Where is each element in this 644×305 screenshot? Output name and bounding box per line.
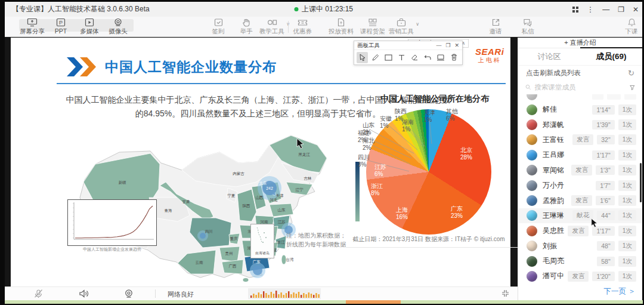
speak-action-badge[interactable] [592, 94, 604, 100]
speak-action-badge[interactable]: 发言 [572, 134, 593, 145]
member-row[interactable]: 郑潇帆1'39"1次 [518, 117, 642, 132]
webcam-icon[interactable] [124, 289, 134, 298]
materials-button[interactable]: 投放资料 [324, 18, 358, 36]
speak-action-badge[interactable]: 发言 [571, 195, 592, 206]
refresh-icon[interactable]: ↻ [628, 69, 634, 78]
province-label: 吉林 [304, 176, 312, 181]
teaching-tools-button[interactable]: 教学工具 ∨ [255, 18, 289, 36]
invite-button[interactable]: 邀请 [479, 18, 512, 36]
avatar [527, 150, 537, 161]
speak-action-badge[interactable]: 发言 [568, 271, 589, 282]
speak-time-badge: 1'39" [592, 120, 614, 130]
bell-icon [627, 18, 636, 27]
speak-count-badge [624, 94, 636, 100]
pie-slice-label: 上海16% [396, 207, 408, 221]
end-class-button[interactable]: 下课 [615, 18, 644, 36]
restore-button[interactable]: ❐ [618, 6, 624, 13]
next-page-link[interactable]: 下一页 ＞ [604, 286, 636, 297]
speak-time-badge [607, 94, 621, 100]
member-row[interactable]: 潘可中发言1'20"1次 [518, 269, 642, 284]
text-tool-icon[interactable] [396, 52, 407, 63]
trend-inset-chart [67, 199, 157, 246]
member-row[interactable]: 王琳琳献花44"1次 [518, 208, 642, 223]
search-input[interactable] [534, 84, 626, 91]
trash-tool-icon[interactable] [448, 52, 460, 63]
speak-count-badge: 1次 [618, 134, 636, 145]
trend-chart-caption: 中国人工智能新增企业发展趋势 [67, 247, 157, 252]
province-label: 贵州 [225, 251, 233, 256]
speak-action-badge[interactable]: 发言 [571, 165, 592, 175]
avatar [527, 180, 537, 191]
scrollbar-thumb[interactable] [640, 163, 642, 202]
member-name: 解佳 [543, 104, 557, 115]
panel-close-icon[interactable]: ✕ [454, 42, 459, 48]
member-row[interactable]: 王吕娜1'17"1次 [518, 147, 642, 162]
province-label: 黑龙江 [298, 152, 310, 157]
member-row[interactable]: 刘振48"1次 [518, 239, 642, 254]
screen-tool-icon[interactable] [435, 52, 447, 63]
tab-members[interactable]: 成员(69) [580, 48, 642, 65]
seari-logo: SEARi 上电科 [475, 47, 504, 63]
member-row[interactable]: 万小丹1'7"1次 [518, 178, 642, 193]
chat-icon [523, 18, 532, 27]
member-name: 毛周亮 [543, 256, 564, 266]
marketing-button[interactable]: 营销工具 ∨ [385, 18, 418, 36]
live-dot-icon [294, 7, 298, 11]
avatar [527, 94, 537, 100]
province-label: 甘肃 [182, 199, 191, 204]
minimize-button[interactable]: — [602, 6, 609, 13]
right-sidebar: + 直播介绍 讨论区 成员(69) 点击刷新成员列表 ↻ 解佳1'14"1次郑潇… [518, 38, 642, 300]
speak-count-badge: 1次 [618, 180, 636, 191]
pie-slice-label: 浙江8% [371, 183, 383, 197]
province-label: 陕西 [243, 204, 251, 208]
speak-time-badge: 44" [597, 211, 614, 220]
member-row[interactable]: 覃闻铭发言1'3"1次 [518, 163, 642, 178]
speak-count-badge: 1次 [618, 104, 636, 115]
speak-count-badge: 1次 [618, 241, 636, 251]
speak-time-badge: 58" [597, 257, 614, 266]
speak-action-badge[interactable]: 献花 [572, 210, 593, 221]
refresh-members-row[interactable]: 点击刷新成员列表 ↻ [518, 66, 642, 80]
south-sea-inset: 南海诸岛 [250, 224, 274, 258]
eraser-tool-icon[interactable] [409, 52, 420, 63]
rectangle-tool-icon[interactable] [383, 52, 394, 63]
select-tool-icon[interactable] [357, 52, 368, 63]
checkin-icon [214, 18, 223, 27]
panel-restore-icon[interactable]: ❐ [445, 42, 450, 48]
speaker-icon[interactable] [79, 289, 89, 298]
app-title: 【专业课】人工智能技术基础 3.0.6.30 Beta [5, 4, 150, 14]
apps-grid-icon[interactable] [572, 7, 578, 13]
member-row[interactable] [518, 94, 642, 102]
member-row[interactable]: 孟雅韵发言1'6"1次 [518, 193, 642, 208]
speak-time-badge: 1'20" [592, 272, 614, 281]
live-intro-tab[interactable]: + 直播介绍 [518, 38, 642, 48]
panel-minimize-icon[interactable]: — [436, 42, 441, 48]
document-icon [337, 18, 345, 27]
close-button[interactable]: ✕ [633, 6, 639, 13]
undo-tool-icon[interactable] [422, 52, 434, 63]
more-menu-icon[interactable]: ⋮ [587, 6, 594, 13]
mic-muted-icon[interactable] [33, 289, 44, 298]
tab-discussion[interactable]: 讨论区 [518, 48, 580, 65]
webcam-button[interactable]: 摄像头 [101, 18, 135, 36]
coupon-button[interactable]: 优惠券 [286, 18, 319, 36]
search-icon [525, 84, 531, 91]
province-label: 北京 [259, 181, 268, 186]
pencil-tool-icon[interactable] [370, 52, 381, 63]
member-row[interactable]: 解佳1'14"1次 [518, 102, 642, 117]
pie-slice-label: 江苏6% [374, 164, 386, 178]
speak-action-badge[interactable]: 发言 [568, 226, 589, 236]
main-toolbar: 屏幕分享 P PPT 多媒体 摄像头 签到 举手 教学工具 ∨ [5, 17, 642, 37]
member-row[interactable]: 毛周亮58"1次 [518, 254, 642, 269]
avatar [527, 241, 537, 251]
fit-screen-icon[interactable] [501, 289, 509, 299]
avatar [527, 119, 537, 130]
avatar [527, 271, 537, 282]
teaching-tools-icon [267, 18, 277, 27]
dm-button[interactable]: 私信 [511, 18, 544, 36]
filter-funnel-icon[interactable] [630, 84, 635, 91]
member-row[interactable]: 王富钰发言32"1次 [518, 133, 642, 147]
pie-slice-label: 广东23% [451, 205, 463, 220]
member-row[interactable]: 吴忠胜发言1'17"1次 [518, 223, 642, 238]
partial-member-row [518, 94, 642, 102]
